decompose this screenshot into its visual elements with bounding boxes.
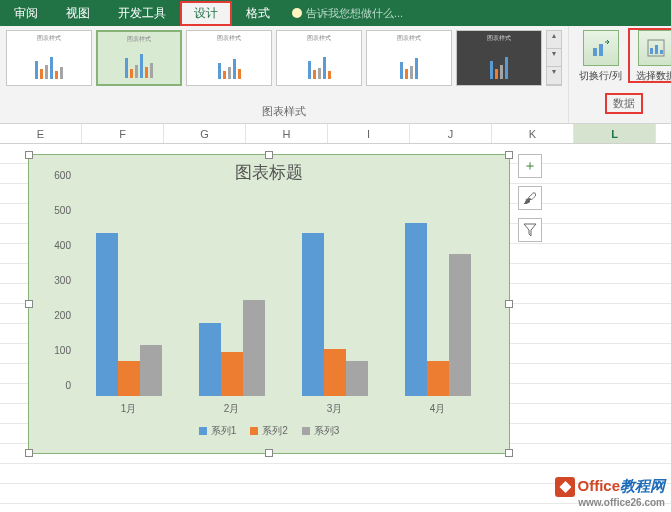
x-label: 1月 xyxy=(121,402,137,416)
chart-elements-button[interactable]: ＋ xyxy=(518,154,542,178)
resize-handle[interactable] xyxy=(265,449,273,457)
col-header-selected[interactable]: L xyxy=(574,124,656,143)
x-axis-labels: 1月2月3月4月 xyxy=(77,402,489,416)
chart-styles-button[interactable]: 🖌 xyxy=(518,186,542,210)
bar[interactable] xyxy=(243,300,265,396)
legend-label: 系列3 xyxy=(314,424,340,438)
bar-cluster[interactable] xyxy=(405,223,471,396)
legend-swatch xyxy=(302,427,310,435)
ribbon-body: 图表样式 图表样式 图表样式 图表样式 图表样式 图表样式 ▴▾▾ 图表样式 切… xyxy=(0,26,671,124)
style-thumb-6[interactable]: 图表样式 xyxy=(456,30,542,86)
bar[interactable] xyxy=(346,361,368,396)
legend-label: 系列1 xyxy=(211,424,237,438)
tab-design[interactable]: 设计 xyxy=(180,1,232,26)
bar-cluster[interactable] xyxy=(302,233,368,396)
tab-dev[interactable]: 开发工具 xyxy=(104,1,180,26)
style-thumb-5[interactable]: 图表样式 xyxy=(366,30,452,86)
resize-handle[interactable] xyxy=(25,300,33,308)
bar[interactable] xyxy=(221,352,243,396)
sheet-area: E F G H I J K L 图表标题 0100200300400500600… xyxy=(0,124,671,512)
bulb-icon xyxy=(292,8,302,18)
svg-rect-1 xyxy=(599,44,603,56)
col-header[interactable]: I xyxy=(328,124,410,143)
chart-styles-group: 图表样式 图表样式 图表样式 图表样式 图表样式 图表样式 ▴▾▾ 图表样式 xyxy=(0,26,569,123)
bar[interactable] xyxy=(449,254,471,396)
legend-label: 系列2 xyxy=(262,424,288,438)
chart-side-buttons: ＋ 🖌 xyxy=(518,154,542,250)
col-header[interactable]: K xyxy=(492,124,574,143)
style-thumb-1[interactable]: 图表样式 xyxy=(6,30,92,86)
col-header[interactable]: E xyxy=(0,124,82,143)
bar[interactable] xyxy=(405,223,427,396)
tab-review[interactable]: 审阅 xyxy=(0,1,52,26)
y-tick: 500 xyxy=(39,205,71,216)
tab-view[interactable]: 视图 xyxy=(52,1,104,26)
resize-handle[interactable] xyxy=(505,151,513,159)
x-label: 3月 xyxy=(327,402,343,416)
switch-row-col-button[interactable]: 切换行/列 xyxy=(575,30,626,81)
x-label: 2月 xyxy=(224,402,240,416)
x-label: 4月 xyxy=(430,402,446,416)
style-scroll[interactable]: ▴▾▾ xyxy=(546,30,562,86)
y-tick: 0 xyxy=(39,380,71,391)
bar-cluster[interactable] xyxy=(199,300,265,396)
legend-swatch xyxy=(250,427,258,435)
bar[interactable] xyxy=(199,323,221,397)
y-tick: 400 xyxy=(39,240,71,251)
watermark: Office教程网 www.office26.com xyxy=(555,477,665,508)
bar-cluster[interactable] xyxy=(96,233,162,396)
group-label-data: 数据 xyxy=(607,95,641,112)
select-data-button[interactable]: 选择数据 xyxy=(630,30,671,81)
data-group: 切换行/列 选择数据 数据 xyxy=(569,26,671,123)
legend-item[interactable]: 系列1 xyxy=(199,424,237,438)
group-label-styles: 图表样式 xyxy=(6,104,562,119)
resize-handle[interactable] xyxy=(505,300,513,308)
legend-swatch xyxy=(199,427,207,435)
resize-handle[interactable] xyxy=(25,449,33,457)
tab-format[interactable]: 格式 xyxy=(232,1,284,26)
chart-legend[interactable]: 系列1系列2系列3 xyxy=(29,424,509,438)
y-tick: 100 xyxy=(39,345,71,356)
style-thumb-3[interactable]: 图表样式 xyxy=(186,30,272,86)
legend-item[interactable]: 系列3 xyxy=(302,424,340,438)
style-thumb-2[interactable]: 图表样式 xyxy=(96,30,182,86)
bar[interactable] xyxy=(324,349,346,396)
style-thumbnails: 图表样式 图表样式 图表样式 图表样式 图表样式 图表样式 ▴▾▾ xyxy=(6,30,562,86)
bar[interactable] xyxy=(427,361,449,396)
col-header[interactable]: H xyxy=(246,124,328,143)
switch-icon xyxy=(583,30,619,66)
bar[interactable] xyxy=(302,233,324,396)
resize-handle[interactable] xyxy=(25,151,33,159)
y-tick: 600 xyxy=(39,170,71,181)
bar[interactable] xyxy=(96,233,118,396)
svg-rect-4 xyxy=(655,45,658,54)
select-data-icon xyxy=(638,30,672,66)
bar[interactable] xyxy=(118,361,140,396)
chart-title[interactable]: 图表标题 xyxy=(29,155,509,186)
col-header[interactable]: J xyxy=(410,124,492,143)
chart-filters-button[interactable] xyxy=(518,218,542,242)
svg-rect-3 xyxy=(650,48,653,54)
col-header[interactable]: F xyxy=(82,124,164,143)
resize-handle[interactable] xyxy=(265,151,273,159)
legend-item[interactable]: 系列2 xyxy=(250,424,288,438)
y-tick: 300 xyxy=(39,275,71,286)
column-headers: E F G H I J K L xyxy=(0,124,671,144)
funnel-icon xyxy=(523,223,537,237)
style-thumb-4[interactable]: 图表样式 xyxy=(276,30,362,86)
y-tick: 200 xyxy=(39,310,71,321)
resize-handle[interactable] xyxy=(505,449,513,457)
svg-rect-0 xyxy=(593,48,597,56)
chart-plot[interactable]: 0100200300400500600 xyxy=(77,186,489,396)
logo-icon xyxy=(555,477,575,497)
chart-object[interactable]: 图表标题 0100200300400500600 1月2月3月4月 系列1系列2… xyxy=(28,154,510,454)
col-header[interactable]: G xyxy=(164,124,246,143)
svg-rect-5 xyxy=(660,50,663,54)
ribbon-tabs: 审阅 视图 开发工具 设计 格式 告诉我您想做什么... xyxy=(0,0,671,26)
tell-me-search[interactable]: 告诉我您想做什么... xyxy=(284,6,403,21)
bar[interactable] xyxy=(140,345,162,396)
